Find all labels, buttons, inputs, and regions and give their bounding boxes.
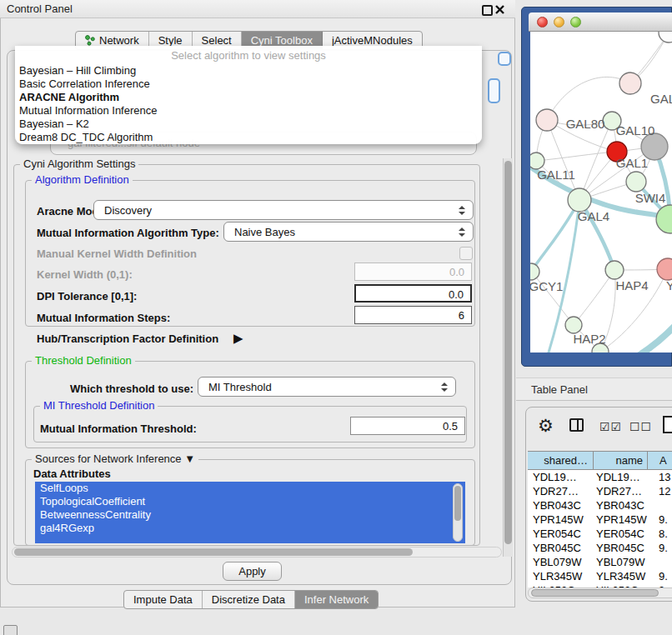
node-gcy1[interactable] (530, 263, 539, 280)
cell[interactable]: YER054C (594, 527, 648, 541)
column-header-name[interactable]: name (594, 452, 648, 469)
node-gal4[interactable] (568, 188, 591, 212)
cell[interactable]: 12 (648, 484, 672, 498)
node-swi4-neighbor[interactable] (656, 205, 672, 233)
table-body[interactable]: YDL19…YDL19…13 YDR27…YDR27…12 YBR043CYBR… (528, 470, 672, 588)
mi-type-select[interactable]: Naive Bayes (223, 222, 474, 242)
control-panel-titlebar[interactable]: Control Panel (0, 0, 515, 18)
cell[interactable]: YLR345W (528, 569, 594, 583)
cell[interactable]: YBR043C (528, 498, 594, 512)
cell[interactable]: YDR27… (528, 484, 594, 498)
column-header-partial[interactable]: A (648, 452, 672, 469)
network-window-titlebar[interactable] (529, 12, 672, 32)
node-partial-top[interactable] (659, 32, 672, 42)
column-header-shared-name[interactable]: shared… (528, 452, 594, 469)
list-item[interactable]: SelfLoops (35, 482, 465, 495)
cell[interactable]: YDR27… (594, 484, 648, 498)
scrollbar-thumb[interactable] (454, 486, 461, 521)
focused-combo-fragment[interactable] (498, 52, 511, 66)
list-item[interactable]: TopologicalCoefficient (35, 495, 465, 508)
float-window-icon[interactable] (482, 5, 493, 16)
table-row[interactable]: YLR345WYLR345W9. (528, 569, 672, 583)
focused-spinner-fragment[interactable] (488, 78, 500, 103)
table-panel-titlebar[interactable]: Table Panel (516, 378, 672, 401)
cell[interactable]: YBL079W (528, 555, 594, 569)
network-view-window[interactable]: GAL80 GAL10 GAL1 GAL11 SWI4 GAL4 GCY1 HA… (521, 7, 672, 367)
node-label: GAL10 (616, 123, 655, 138)
close-traffic-light[interactable] (537, 17, 548, 28)
table-row[interactable]: YER054CYER054C8. (528, 527, 672, 541)
scrollbar-thumb[interactable] (14, 548, 413, 556)
node-hap4[interactable] (605, 261, 624, 279)
manual-kernel-checkbox[interactable] (459, 247, 473, 260)
cell[interactable] (648, 555, 672, 569)
node-gal1[interactable] (626, 172, 646, 192)
cell[interactable]: YPR145W (528, 512, 594, 527)
network-canvas[interactable]: GAL80 GAL10 GAL1 GAL11 SWI4 GAL4 GCY1 HA… (530, 32, 672, 352)
function-builder-icon[interactable] (663, 416, 672, 433)
expand-arrow-icon[interactable]: ▶ (233, 331, 243, 346)
cell[interactable]: 9. (648, 512, 672, 527)
collapse-arrow-icon[interactable]: ▼ (184, 452, 195, 465)
gear-icon[interactable]: ⚙ (538, 417, 554, 434)
cell[interactable]: YBR045C (528, 541, 594, 555)
node-gal11[interactable] (530, 152, 544, 169)
cell[interactable]: YLR345W (594, 569, 648, 583)
dropdown-item[interactable]: Bayesian – K2 (19, 118, 89, 131)
cell[interactable]: 8. (648, 527, 672, 541)
cell[interactable]: YER054C (528, 527, 594, 541)
dropdown-item[interactable]: Bayesian – Hill Climbing (19, 64, 136, 78)
tab-impute-data[interactable]: Impute Data (124, 591, 203, 608)
mi-threshold-field[interactable]: 0.5 (350, 417, 465, 435)
list-vertical-scrollbar[interactable] (453, 483, 463, 542)
table-row[interactable]: YDR27…YDR27…12 (528, 484, 672, 498)
select-all-icon[interactable]: ☑☑ (599, 420, 622, 433)
cell[interactable]: YDL19… (528, 470, 594, 484)
tab-infer-network[interactable]: Infer Network (295, 591, 378, 608)
list-item[interactable]: gal4RGexp (35, 522, 465, 535)
node-gal80[interactable] (536, 109, 558, 131)
table-horizontal-scrollbar[interactable] (528, 588, 672, 598)
settings-horizontal-scrollbar[interactable] (12, 547, 502, 558)
hub-definition-label[interactable]: Hub/Transcription Factor Definition (37, 332, 218, 345)
cell[interactable]: YPR145W (594, 512, 648, 527)
dpi-tolerance-field[interactable]: 0.0 (354, 284, 472, 302)
minimize-traffic-light[interactable] (554, 17, 564, 28)
cell[interactable]: YBR045C (594, 541, 648, 555)
close-icon[interactable] (495, 4, 504, 13)
network-graph[interactable]: GAL80 GAL10 GAL1 GAL11 SWI4 GAL4 GCY1 HA… (530, 32, 672, 352)
dropdown-item[interactable]: Mutual Information Inference (19, 104, 157, 118)
columns-icon[interactable] (569, 418, 584, 432)
cell[interactable]: YDL19… (594, 470, 648, 484)
tab-discretize-data[interactable]: Discretize Data (203, 591, 295, 608)
list-item[interactable]: BetweennessCentrality (35, 508, 465, 522)
table-row[interactable]: YBL079WYBL079W (528, 555, 672, 569)
data-attributes-list[interactable]: SelfLoops TopologicalCoefficient Between… (35, 482, 465, 543)
cell[interactable]: 13 (648, 470, 672, 484)
node-salmon[interactable] (657, 258, 672, 280)
table-row[interactable]: YBR043CYBR043C (528, 498, 672, 512)
which-threshold-select[interactable]: MI Threshold (198, 377, 456, 397)
cell[interactable] (648, 498, 672, 512)
dropdown-item[interactable]: Dream8 DC_TDC Algorithm (19, 131, 153, 144)
cell[interactable]: 9. (648, 541, 672, 555)
deselect-all-icon[interactable]: ☐☐ (629, 420, 652, 433)
zoom-traffic-light[interactable] (570, 17, 581, 28)
scrollbar-thumb[interactable] (504, 161, 512, 544)
minimized-panel-icon[interactable] (3, 625, 18, 635)
aracne-mode-select[interactable]: Discovery (93, 200, 474, 220)
scrollbar-thumb[interactable] (531, 589, 659, 597)
dropdown-item[interactable]: Basic Correlation Inference (19, 78, 150, 91)
node-gal-partial[interactable] (619, 72, 641, 94)
cell[interactable]: YBR043C (594, 498, 648, 512)
mi-steps-field[interactable]: 6 (354, 306, 472, 324)
node-hap2[interactable] (565, 317, 582, 333)
table-row[interactable]: YDL19…YDL19…13 (528, 470, 672, 484)
cell[interactable]: YBL079W (594, 555, 648, 569)
dropdown-item-selected[interactable]: ARACNE Algorithm (19, 91, 119, 104)
cell[interactable]: 9. (648, 569, 672, 583)
settings-vertical-scrollbar[interactable] (503, 158, 513, 557)
apply-button[interactable]: Apply (223, 562, 282, 581)
table-row[interactable]: YBR045CYBR045C9. (528, 541, 672, 555)
table-row[interactable]: YPR145WYPR145W9. (528, 512, 672, 527)
